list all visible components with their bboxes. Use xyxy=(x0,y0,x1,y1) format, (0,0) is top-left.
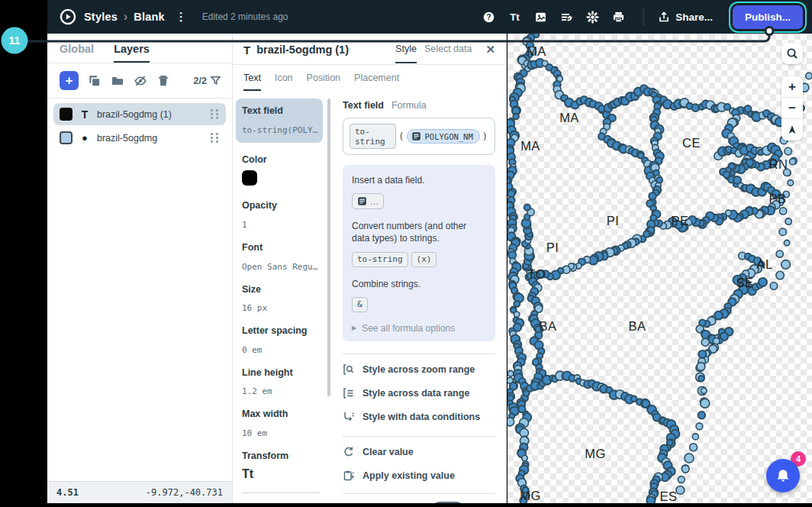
breadcrumb-blank[interactable]: Blank xyxy=(134,11,165,23)
property-label: Color xyxy=(242,154,323,166)
convert-label: Convert numbers (and other data types) t… xyxy=(352,220,486,244)
style-with-data-conditions-button[interactable]: Style with data conditions xyxy=(343,411,495,423)
insert-field-chip[interactable]: … xyxy=(352,193,384,209)
formula-chip[interactable]: to-string xyxy=(352,252,408,267)
delete-icon[interactable] xyxy=(156,74,170,88)
state-label: SE xyxy=(736,276,753,289)
compass-button[interactable] xyxy=(781,119,803,140)
publish-button[interactable]: Publish... xyxy=(733,5,803,29)
divider xyxy=(343,436,495,437)
panel-title: brazil-5ogdmg (1) xyxy=(256,44,382,63)
notifications-button[interactable] xyxy=(766,459,800,492)
drag-handle-icon[interactable] xyxy=(211,133,220,143)
formula-editor: Text field Formula to-string ( POLYGON_N… xyxy=(332,91,506,503)
zoom-out-button[interactable]: − xyxy=(781,98,803,119)
property-item[interactable]: Size16 px xyxy=(242,284,323,315)
filter-icon[interactable] xyxy=(210,75,221,86)
image-icon[interactable] xyxy=(529,5,552,28)
property-item[interactable]: Letter spacing0 em xyxy=(242,325,323,356)
help-icon[interactable]: ? xyxy=(477,5,500,28)
style-across-zoom-range-button[interactable]: Style across zoom range xyxy=(343,363,495,376)
clear-value-button[interactable]: Clear value xyxy=(343,446,495,458)
formula-chip[interactable]: (x) xyxy=(411,252,437,267)
property-label: Transform xyxy=(242,450,323,463)
upload-icon xyxy=(658,11,670,23)
export-icon[interactable] xyxy=(555,5,578,28)
property-item[interactable]: Max width10 em xyxy=(242,409,323,439)
property-item[interactable]: TransformTt xyxy=(242,450,323,481)
formula-header: Text field Formula xyxy=(343,100,495,111)
hide-icon[interactable] xyxy=(134,74,147,88)
see-all-formula-options[interactable]: ▶ See all formula options xyxy=(352,323,486,334)
add-layer-button[interactable]: + xyxy=(60,71,79,90)
state-label: PE xyxy=(671,214,688,228)
breadcrumb-styles[interactable]: Styles xyxy=(84,11,118,23)
property-scrollbar[interactable] xyxy=(327,98,330,503)
svg-text:Tt: Tt xyxy=(510,11,520,22)
app-logo-icon[interactable] xyxy=(60,8,76,25)
action-label: Apply existing value xyxy=(362,470,455,481)
state-label: CE xyxy=(682,136,701,150)
ampersand-chip[interactable]: & xyxy=(352,297,368,312)
zoom-in-button[interactable]: + xyxy=(781,76,803,98)
layer-color-swatch[interactable] xyxy=(60,108,72,121)
cursor-tool-button[interactable] xyxy=(430,502,466,503)
folder-icon[interactable] xyxy=(111,74,124,88)
state-label: TO xyxy=(527,267,546,281)
transform-icon[interactable]: Tt xyxy=(242,467,253,480)
layer-row[interactable]: T brazil-5ogdmg (1) xyxy=(53,103,226,125)
color-swatch[interactable] xyxy=(242,170,257,186)
search-icon xyxy=(786,47,798,60)
duplicate-icon[interactable] xyxy=(88,74,102,88)
layers-sidebar: GlobalLayers + 2/2 T brazil-5ogdmg (1) ●… xyxy=(47,34,233,503)
layer-name: brazil-5ogdmg (1) xyxy=(97,109,205,120)
formula-input[interactable]: to-string ( POLYGON_NM ) xyxy=(343,118,495,155)
zoom-range-icon xyxy=(343,363,355,376)
paren-close: ) xyxy=(482,131,488,142)
settings-icon[interactable] xyxy=(581,5,604,28)
typography-icon[interactable]: Tt xyxy=(503,5,526,28)
map-search-button[interactable] xyxy=(781,43,803,64)
style-action-group: Style across zoom range Style across dat… xyxy=(343,363,495,434)
polygon-nm-field-chip[interactable]: POLYGON_NM xyxy=(407,129,480,144)
property-item[interactable]: Opacity1 xyxy=(242,200,323,231)
state-label: AL xyxy=(756,257,772,271)
share-button[interactable]: Share... xyxy=(658,11,713,23)
print-icon[interactable] xyxy=(607,5,630,28)
property-value: 1.2 em xyxy=(242,386,272,396)
property-label: Opacity xyxy=(242,200,323,212)
field-chip-label: POLYGON_NM xyxy=(425,132,473,141)
close-icon[interactable]: ✕ xyxy=(478,43,495,64)
expand-triangle-icon: ▶ xyxy=(352,325,356,331)
layer-color-swatch[interactable] xyxy=(60,131,72,144)
mode-tab-select-data[interactable]: Select data xyxy=(424,44,472,63)
apply-existing-value-button[interactable]: Apply existing value xyxy=(343,470,495,482)
tab-position[interactable]: Position xyxy=(307,73,340,91)
tab-icon[interactable]: Icon xyxy=(275,73,293,91)
data-field-icon xyxy=(411,131,421,141)
sidebar-tab-global[interactable]: Global xyxy=(60,43,94,63)
layer-row[interactable]: ● brazil-5ogdmg xyxy=(53,127,226,149)
value-action-group: Clear value Apply existing value xyxy=(343,446,495,493)
more-menu-icon[interactable]: ⋮ xyxy=(172,10,190,24)
sidebar-tab-layers[interactable]: Layers xyxy=(114,43,150,63)
property-item[interactable]: FontOpen Sans Regu… xyxy=(242,242,323,273)
property-item[interactable]: Color xyxy=(242,154,323,189)
mode-tab-style[interactable]: Style xyxy=(395,44,417,63)
map-canvas[interactable]: MAMAMACERNPBPEPIPIALSETOBABAMGMGES + − 4 xyxy=(508,34,812,503)
drag-handle-icon[interactable] xyxy=(211,109,220,119)
map-statusbar: 4.51 -9.972,-40.731 xyxy=(47,481,232,503)
property-item[interactable]: Line height1.2 em xyxy=(242,367,323,398)
formula-help-panel: Insert a data field. … Convert numbers (… xyxy=(343,165,495,341)
tab-text[interactable]: Text xyxy=(243,73,261,91)
text-layer-icon: T xyxy=(243,44,250,64)
apply-icon xyxy=(343,470,355,482)
to-string-chip[interactable]: to-string xyxy=(350,124,396,149)
tab-placement[interactable]: Placement xyxy=(354,73,399,91)
property-label: Size xyxy=(242,284,323,296)
style-across-data-range-button[interactable]: Style across data range xyxy=(343,387,495,399)
state-label: PI xyxy=(607,214,620,228)
action-label: Style with data conditions xyxy=(362,412,480,422)
property-value: 10 em xyxy=(242,428,267,438)
property-item[interactable]: Text fieldto-string(POLY… xyxy=(236,98,323,143)
